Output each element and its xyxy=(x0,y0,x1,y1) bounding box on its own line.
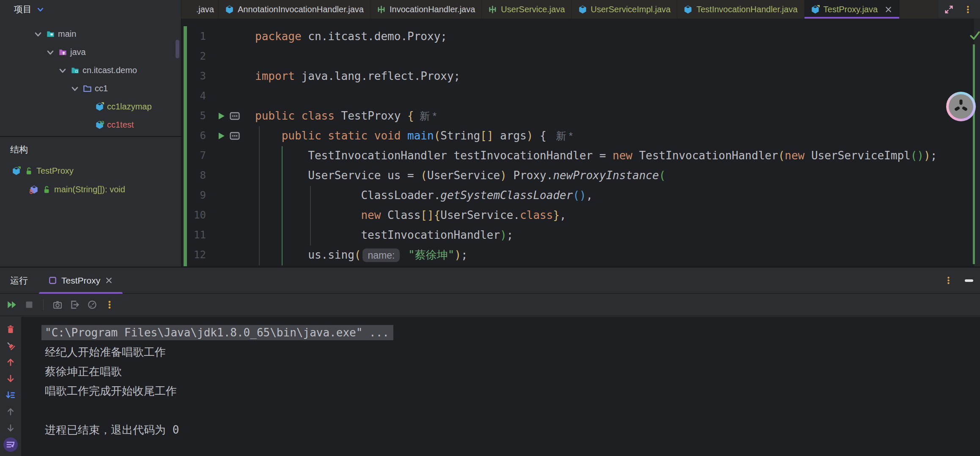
code-token: 新 * xyxy=(553,130,573,142)
folder-package-icon xyxy=(71,66,80,75)
chevron-down-icon[interactable] xyxy=(36,5,45,14)
code-line: 9 ClassLoader.getSystemClassLoader(), xyxy=(181,186,980,205)
close-icon[interactable] xyxy=(884,5,893,14)
code-text: us.sing(name: "蔡徐坤"); xyxy=(255,245,468,265)
more-options-icon[interactable] xyxy=(944,276,953,285)
tree-item-cn.itcast.demo[interactable]: cn.itcast.demo xyxy=(0,61,181,79)
arrow-up-icon[interactable] xyxy=(6,358,15,367)
line-number: 11 xyxy=(181,225,206,245)
prev-occurrence-icon[interactable] xyxy=(6,407,15,416)
error-stripe-vcs-marker xyxy=(973,44,975,264)
prompt-gutter-icon[interactable] xyxy=(230,131,240,140)
tree-item-java[interactable]: java xyxy=(0,43,181,61)
class-mark-icon xyxy=(95,102,104,111)
recorder-watermark-logo xyxy=(946,92,976,121)
run-toolbar xyxy=(0,294,980,316)
line-number: 10 xyxy=(181,205,206,225)
tree-item-main[interactable]: main xyxy=(0,25,181,43)
tree-item-label: cc1test xyxy=(107,120,134,130)
class-mark-icon xyxy=(811,5,820,14)
code-editor[interactable]: 1package cn.itcast.demo.Proxy;23import j… xyxy=(181,19,980,267)
tab-label: UserService.java xyxy=(501,5,565,14)
console-line xyxy=(45,401,980,420)
structure-item[interactable]: TestProxy xyxy=(0,161,181,180)
console-output[interactable]: "C:\Program Files\Java\jdk1.8.0_65\bin\j… xyxy=(21,317,980,456)
camera-snapshot-icon[interactable] xyxy=(52,300,63,310)
line-number: 2 xyxy=(181,46,206,66)
tree-item-label: cc1lazymap xyxy=(107,102,152,112)
editor-tab[interactable]: InvocationHandler.java xyxy=(371,0,482,19)
code-token: Class xyxy=(381,209,420,221)
inspections-ok-icon[interactable] xyxy=(969,30,980,41)
structure-item[interactable]: main(String[]): void xyxy=(0,180,181,199)
folder-main-icon xyxy=(46,30,55,38)
editor-tab-bar: .javaAnnotationInvocationHandler.javaInv… xyxy=(181,0,939,19)
soft-wrap-toggle[interactable] xyxy=(3,437,18,452)
code-line: 5public class TestProxy { 新 * xyxy=(181,106,980,126)
code-line: 8 UserService us = (UserService) Proxy.n… xyxy=(181,166,980,186)
code-line: 12 us.sing(name: "蔡徐坤"); xyxy=(181,245,980,265)
gauge-profiler-icon[interactable] xyxy=(87,300,97,310)
code-token: static xyxy=(328,129,368,142)
export-output-icon[interactable] xyxy=(70,300,80,310)
code-line: 3import java.lang.reflect.Proxy; xyxy=(181,66,980,86)
console-line: 唱歌工作完成开始收尾工作 xyxy=(45,381,980,401)
run-gutter-icon[interactable] xyxy=(217,112,226,120)
chevron-down-icon[interactable] xyxy=(33,29,43,39)
tree-item-cc1test[interactable]: cc1test xyxy=(0,116,181,134)
class-icon xyxy=(225,5,234,14)
editor-scrollbar-track[interactable] xyxy=(974,19,980,267)
code-token: class xyxy=(302,109,335,122)
tree-item-cc1[interactable]: cc1 xyxy=(0,79,181,98)
code-text: new Class[]{UserService.class}, xyxy=(255,205,566,225)
editor-tab[interactable]: AnnotationInvocationHandler.java xyxy=(219,0,371,19)
hide-panel-button[interactable] xyxy=(965,279,973,282)
run-config-tab[interactable]: TestProxy xyxy=(41,268,120,293)
stop-icon[interactable] xyxy=(24,300,34,310)
code-token: public xyxy=(282,129,321,142)
tab-label: AnnotationInvocationHandler.java xyxy=(238,5,364,14)
close-icon[interactable] xyxy=(104,276,113,285)
scrollbar-thumb[interactable] xyxy=(176,40,179,58)
editor-tab[interactable]: UserServiceImpl.java xyxy=(572,0,678,19)
next-occurrence-icon[interactable] xyxy=(6,423,15,433)
chevron-spacer xyxy=(82,120,92,130)
run-console: "C:\Program Files\Java\jdk1.8.0_65\bin\j… xyxy=(0,317,980,456)
code-line: 11 testInvocationHandler); xyxy=(181,225,980,245)
broom-clean-icon[interactable] xyxy=(6,341,15,350)
code-token: ) xyxy=(500,169,507,182)
tab-label: .java xyxy=(196,5,214,14)
code-token: String xyxy=(440,129,480,142)
chevron-down-icon[interactable] xyxy=(58,66,68,76)
more-options-icon[interactable] xyxy=(964,5,972,14)
class-run-icon xyxy=(12,167,21,175)
code-text: ClassLoader.getSystemClassLoader(), xyxy=(255,186,593,205)
chevron-down-icon[interactable] xyxy=(45,47,55,57)
code-line: 10 new Class[]{UserService.class}, xyxy=(181,205,980,225)
more-options-icon[interactable] xyxy=(104,300,115,310)
expand-icon[interactable] xyxy=(944,5,953,14)
editor-tab[interactable]: TestInvocationHandler.java xyxy=(677,0,804,19)
clear-trash-icon[interactable] xyxy=(6,325,15,334)
code-token: class xyxy=(520,209,553,221)
project-tool-window-header[interactable]: 项目 xyxy=(0,0,181,19)
prompt-gutter-icon[interactable] xyxy=(230,112,240,120)
code-token: ) xyxy=(527,129,533,142)
scroll-to-end-icon[interactable] xyxy=(6,390,15,400)
folder-plain-icon xyxy=(83,84,92,93)
code-token: { xyxy=(407,109,414,122)
run-gutter-icon[interactable] xyxy=(217,131,226,140)
chevron-down-icon[interactable] xyxy=(70,84,80,94)
code-token: new xyxy=(785,149,804,162)
rerun-icon[interactable] xyxy=(7,300,17,310)
editor-tab[interactable]: .java xyxy=(181,0,219,19)
code-token: ; xyxy=(507,229,513,241)
gutter-icons xyxy=(217,106,240,126)
editor-tab[interactable]: TestProxy.java xyxy=(804,0,900,19)
code-token: Proxy. xyxy=(507,169,553,182)
editor-tab[interactable]: UserService.java xyxy=(482,0,571,19)
indent-guide-active xyxy=(282,146,283,265)
console-line: 蔡徐坤正在唱歌 xyxy=(45,362,980,381)
tree-item-cc1lazymap[interactable]: cc1lazymap xyxy=(0,98,181,116)
arrow-down-icon[interactable] xyxy=(6,374,15,383)
